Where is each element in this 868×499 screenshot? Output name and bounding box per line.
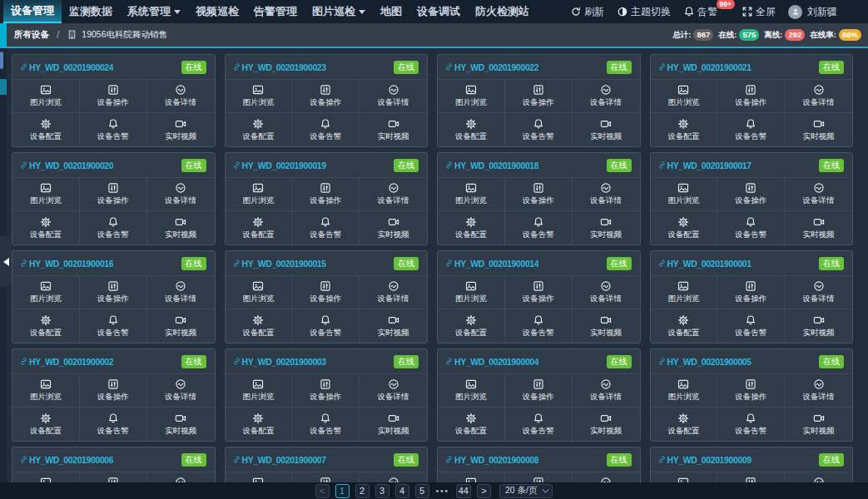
device-id-link[interactable]: HY_WD_00201900020 — [19, 161, 113, 170]
card-action-device-operate[interactable]: 设备操作 — [717, 276, 785, 309]
card-action-image-browse[interactable]: 图片浏览 — [438, 374, 505, 408]
card-action-device-operate[interactable]: 设备操作 — [80, 178, 147, 211]
card-action-device-operate[interactable]: 设备操作 — [292, 374, 360, 408]
card-action-device-detail[interactable]: 设备详情 — [573, 276, 640, 309]
card-action-device-alarm[interactable]: 设备告警 — [505, 309, 573, 343]
card-action-live-video[interactable]: 实时视频 — [573, 309, 640, 343]
card-action-device-operate[interactable]: 设备操作 — [80, 276, 147, 309]
card-action-device-detail[interactable]: 设备详情 — [573, 80, 640, 113]
page-button-1[interactable]: 1 — [335, 484, 350, 498]
device-id-link[interactable]: HY_WD_00201900015 — [232, 259, 326, 269]
card-action-device-config[interactable]: 设备配置 — [651, 408, 718, 441]
card-action-image-browse[interactable]: 图片浏览 — [438, 276, 505, 309]
card-action-device-alarm[interactable]: 设备告警 — [717, 113, 785, 146]
page-ellipsis[interactable]: ••• — [435, 486, 450, 496]
nav-item-image-inspection[interactable]: 图片巡检 — [305, 0, 373, 23]
card-action-device-operate[interactable]: 设备操作 — [80, 374, 147, 408]
card-action-device-operate[interactable]: 设备操作 — [717, 80, 785, 113]
device-id-link[interactable]: HY_WD_00201900023 — [232, 62, 326, 72]
card-action-live-video[interactable]: 实时视频 — [147, 211, 215, 245]
card-action-device-alarm[interactable]: 设备告警 — [292, 211, 360, 245]
card-action-image-browse[interactable]: 图片浏览 — [226, 80, 293, 113]
card-action-device-detail[interactable]: 设备详情 — [573, 178, 640, 211]
card-action-device-operate[interactable]: 设备操作 — [292, 276, 360, 309]
nav-item-map[interactable]: 地图 — [373, 0, 409, 23]
device-id-link[interactable]: HY_WD_00201900018 — [444, 161, 538, 170]
device-id-link[interactable]: HY_WD_00201900016 — [19, 259, 113, 269]
page-button-4[interactable]: 4 — [395, 484, 409, 498]
device-id-link[interactable]: HY_WD_00201900004 — [444, 357, 538, 367]
alarm-button[interactable]: 告警99+ — [683, 5, 717, 19]
card-action-device-config[interactable]: 设备配置 — [12, 211, 80, 245]
card-action-image-browse[interactable]: 图片浏览 — [12, 374, 80, 408]
card-action-device-detail[interactable]: 设备详情 — [147, 178, 215, 211]
card-action-device-config[interactable]: 设备配置 — [438, 113, 505, 146]
nav-item-fireproof-station[interactable]: 防火检测站 — [468, 0, 537, 23]
device-id-link[interactable]: HY_WD_00201900024 — [19, 62, 113, 72]
card-action-live-video[interactable]: 实时视频 — [573, 113, 640, 146]
card-action-image-browse[interactable]: 图片浏览 — [12, 178, 80, 211]
card-action-device-alarm[interactable]: 设备告警 — [292, 408, 360, 441]
device-id-link[interactable]: HY_WD_00201900022 — [444, 62, 538, 72]
device-id-link[interactable]: HY_WD_00201900005 — [657, 357, 751, 367]
page-button-2[interactable]: 2 — [355, 484, 370, 498]
device-id-link[interactable]: HY_WD_00201900019 — [232, 161, 326, 170]
card-action-device-operate[interactable]: 设备操作 — [292, 80, 360, 113]
card-action-image-browse[interactable]: 图片浏览 — [12, 80, 80, 113]
device-id-link[interactable]: HY_WD_00201900008 — [444, 455, 538, 465]
card-action-image-browse[interactable]: 图片浏览 — [651, 276, 718, 309]
refresh-button[interactable]: 刷新 — [570, 5, 604, 19]
fullscreen-button[interactable]: 全屏 — [742, 5, 776, 19]
card-action-device-detail[interactable]: 设备详情 — [360, 374, 427, 408]
card-action-device-detail[interactable]: 设备详情 — [147, 276, 215, 309]
card-action-device-alarm[interactable]: 设备告警 — [292, 309, 360, 343]
device-id-link[interactable]: HY_WD_00201900017 — [657, 161, 751, 170]
nav-item-device-management[interactable]: 设备管理 — [3, 0, 62, 23]
device-id-link[interactable]: HY_WD_00201900003 — [232, 357, 326, 367]
device-id-link[interactable]: HY_WD_00201900021 — [657, 62, 751, 72]
card-action-device-detail[interactable]: 设备详情 — [360, 178, 427, 211]
card-action-device-alarm[interactable]: 设备告警 — [717, 211, 785, 245]
device-id-link[interactable]: HY_WD_00201900006 — [19, 455, 113, 465]
device-id-link[interactable]: HY_WD_00201900001 — [657, 259, 751, 269]
card-action-device-alarm[interactable]: 设备告警 — [505, 113, 573, 146]
card-action-device-alarm[interactable]: 设备告警 — [292, 113, 360, 146]
card-action-image-browse[interactable]: 图片浏览 — [651, 178, 718, 211]
card-action-device-detail[interactable]: 设备详情 — [147, 80, 215, 113]
nav-item-monitor-data[interactable]: 监测数据 — [62, 0, 120, 23]
device-id-link[interactable]: HY_WD_00201900007 — [232, 455, 326, 465]
tree-selected-node-sliver[interactable] — [0, 23, 7, 47]
card-action-device-config[interactable]: 设备配置 — [12, 408, 80, 441]
page-button-44[interactable]: 44 — [456, 484, 471, 498]
card-action-device-detail[interactable]: 设备详情 — [147, 374, 215, 408]
card-action-live-video[interactable]: 实时视频 — [573, 408, 640, 441]
card-action-live-video[interactable]: 实时视频 — [785, 408, 852, 441]
card-action-image-browse[interactable]: 图片浏览 — [438, 178, 505, 211]
card-action-device-detail[interactable]: 设备详情 — [573, 374, 640, 408]
card-action-image-browse[interactable]: 图片浏览 — [651, 374, 718, 408]
card-action-live-video[interactable]: 实时视频 — [147, 408, 215, 441]
device-id-link[interactable]: HY_WD_00201900014 — [444, 259, 538, 269]
card-action-live-video[interactable]: 实时视频 — [147, 113, 215, 146]
card-action-image-browse[interactable]: 图片浏览 — [226, 276, 293, 309]
card-action-device-alarm[interactable]: 设备告警 — [80, 408, 147, 441]
card-action-device-operate[interactable]: 设备操作 — [717, 178, 785, 211]
tree-scrollbar-thumb[interactable] — [0, 52, 3, 69]
card-action-device-config[interactable]: 设备配置 — [226, 211, 293, 245]
card-action-live-video[interactable]: 实时视频 — [573, 211, 640, 245]
card-action-device-detail[interactable]: 设备详情 — [360, 276, 427, 309]
card-action-device-config[interactable]: 设备配置 — [438, 211, 505, 245]
card-action-device-detail[interactable]: 设备详情 — [785, 178, 852, 211]
card-action-device-alarm[interactable]: 设备告警 — [80, 211, 147, 245]
card-action-device-operate[interactable]: 设备操作 — [80, 80, 147, 113]
tree-node-sliver[interactable] — [0, 79, 7, 95]
card-action-live-video[interactable]: 实时视频 — [785, 211, 852, 245]
card-action-device-alarm[interactable]: 设备告警 — [505, 408, 573, 441]
card-action-device-alarm[interactable]: 设备告警 — [505, 211, 573, 245]
page-button-5[interactable]: 5 — [415, 484, 429, 498]
nav-item-alarm-management[interactable]: 告警管理 — [246, 0, 305, 23]
card-action-device-alarm[interactable]: 设备告警 — [717, 309, 785, 343]
device-id-link[interactable]: HY_WD_00201900002 — [19, 357, 113, 367]
card-action-image-browse[interactable]: 图片浏览 — [226, 374, 293, 408]
user-menu[interactable]: 刘新疆 — [788, 5, 837, 19]
